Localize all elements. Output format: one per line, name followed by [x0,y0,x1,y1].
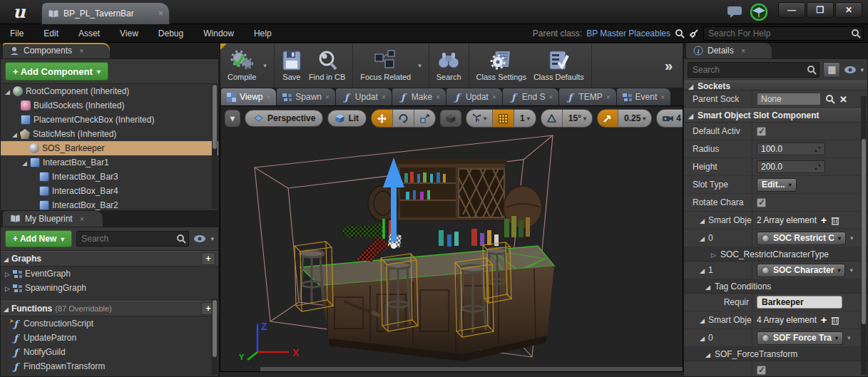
height-field[interactable]: 200.0 [757,160,825,173]
sof-forcetransform-header[interactable]: SOF_ForceTransform [684,347,867,361]
array2-delete-icon[interactable] [831,316,839,325]
tab-components-close-icon[interactable]: × [79,46,83,55]
graph-row-eventgraph[interactable]: EventGraph [1,267,218,281]
class-settings-button[interactable]: Class Settings [476,50,526,81]
chevron-down-icon[interactable]: ▾ [210,235,214,242]
tree-row-interactbox-bar1[interactable]: InteractBox_Bar1 [1,155,218,170]
tab-end-s[interactable]: ƒEnd S× [503,88,559,105]
rotation-snap-value-button[interactable]: 15°▾ [563,110,592,127]
tab-close-icon[interactable]: × [382,93,386,101]
element-options-caret-icon[interactable]: ▾ [850,234,854,242]
add-component-button[interactable]: + Add Component ▾ [5,62,108,81]
expander-icon[interactable] [5,269,10,279]
tab-close-icon[interactable]: × [436,93,440,101]
functions-section-header[interactable]: Functions (87 Overridable) + [1,301,218,316]
expander-icon[interactable] [12,129,17,139]
edit-parent-icon[interactable] [689,29,699,38]
menu-view[interactable]: View [110,24,148,43]
tab-my-blueprint-close-icon[interactable]: × [80,215,84,223]
expander-icon[interactable] [700,215,705,225]
scale-snap-toggle[interactable] [598,110,618,127]
focus-related-caret-icon[interactable]: ▾ [418,62,422,69]
scale-tool-button[interactable] [414,110,435,127]
array2-add-icon[interactable]: + [821,314,827,326]
scale-snap-value-button[interactable]: 0.25▾ [618,110,651,127]
tag-conditions-header[interactable]: Tag Conditions [684,279,867,294]
graph-row-spawninggraph[interactable]: SpawningGraph [1,281,218,295]
array2-element0-dropdown[interactable]: SOF Force Tra▾ [757,331,843,345]
tutorials-icon[interactable] [750,3,768,21]
expander-icon[interactable] [700,315,705,325]
soc-restrictcharactertype-header[interactable]: SOC_RestrictCharacterType [684,247,867,262]
tab-viewport[interactable]: Viewp× [221,88,276,105]
browse-parent-icon[interactable] [675,29,685,38]
tab-details[interactable]: i Details × [686,43,772,58]
camera-speed-button[interactable]: 4 ▾ [657,110,683,127]
menu-debug[interactable]: Debug [148,24,193,43]
focus-related-button[interactable]: Focus Related [360,50,411,81]
required-tag-field[interactable]: Barkeeper [757,296,842,309]
viewport-options-button[interactable]: ▾ [225,110,240,127]
feedback-bubble-icon[interactable] [727,6,742,19]
function-row-findspawntransform[interactable]: ƒFindSpawnTransform [1,359,218,373]
document-tab[interactable]: BP_PL_TavernBar × [41,2,170,24]
rotate-character-checkbox[interactable] [757,198,766,207]
perspective-button[interactable]: Perspective [245,110,323,127]
tab-close-icon[interactable]: × [549,93,553,101]
lit-mode-button[interactable]: Lit [327,110,367,127]
details-scrollbar[interactable] [861,96,867,375]
tab-details-close-icon[interactable]: × [741,46,745,55]
expander-icon[interactable] [700,333,705,343]
function-row-notifyguild[interactable]: ƒNotifyGuild [1,345,218,359]
bottom-partial-checkbox[interactable] [757,366,766,375]
tree-row-buildsockets[interactable]: BuildSockets (Inherited) [1,98,218,113]
grid-snap-value-button[interactable]: 1▾ [514,110,536,127]
tab-close-icon[interactable]: × [660,93,665,101]
class-defaults-button[interactable]: Class Defaults [533,50,584,81]
array1-element1-dropdown[interactable]: SOC Character▾ [757,264,845,277]
translate-tool-button[interactable] [372,110,393,127]
array1-add-icon[interactable]: + [821,215,827,226]
array1-element0-dropdown[interactable]: SOC Restrict C▾ [757,232,846,245]
property-matrix-button[interactable]: ▦ [823,62,840,78]
help-search-input[interactable] [703,26,864,41]
tab-updat-2[interactable]: ƒUpdat× [446,88,502,105]
expander-icon[interactable] [700,265,705,275]
my-blueprint-search-input[interactable] [76,231,189,247]
menu-file[interactable]: File [0,24,34,43]
slot-type-dropdown[interactable]: Edit...▾ [757,178,797,192]
parent-socket-field[interactable]: None [757,93,821,105]
menu-window[interactable]: Window [193,24,244,43]
socket-clear-icon[interactable]: ✕ [839,94,847,105]
tab-close-icon[interactable]: × [606,93,611,101]
sockets-category-header[interactable]: Sockets [684,81,867,91]
element-options-caret-icon[interactable]: ▾ [847,334,851,341]
menu-help[interactable]: Help [244,24,282,43]
rotation-snap-toggle[interactable] [541,110,563,127]
tree-row-placementcheckbox[interactable]: PlacementCheckBox (Inherited) [1,113,218,127]
expander-icon[interactable] [22,157,27,167]
expander-icon[interactable] [5,86,10,96]
details-search-input[interactable] [688,62,820,78]
tab-close-icon[interactable]: × [325,93,330,101]
default-active-checkbox[interactable] [757,127,766,136]
tree-row-interactbox-bar2[interactable]: InteractBox_Bar2 [1,198,218,212]
tab-temp[interactable]: ƒTEMP× [559,88,616,105]
search-button[interactable]: Search [436,50,461,81]
document-tab-close-icon[interactable]: × [158,9,163,19]
slot-component-category-header[interactable]: Smart Object Slot Component [684,108,867,123]
details-view-options-icon[interactable] [844,66,857,74]
tree-row-interactbox-bar3[interactable]: InteractBox_Bar3 [1,170,218,184]
expander-icon[interactable] [4,304,9,314]
grid-snap-toggle[interactable] [493,110,514,127]
tab-event[interactable]: Event× [617,88,671,105]
tab-close-icon[interactable]: × [266,93,270,101]
tab-close-icon[interactable]: × [492,93,496,101]
menu-asset[interactable]: Asset [68,24,110,43]
save-button[interactable]: Save [282,50,302,81]
expander-icon[interactable] [4,254,9,264]
find-in-cb-button[interactable]: Find in CB [309,50,345,81]
rotate-tool-button[interactable] [393,110,414,127]
tree-row-rootcomponent[interactable]: RootComponent (Inherited) [1,84,218,98]
tree-row-interactbox-bar4[interactable]: InteractBox_Bar4 [1,184,218,198]
